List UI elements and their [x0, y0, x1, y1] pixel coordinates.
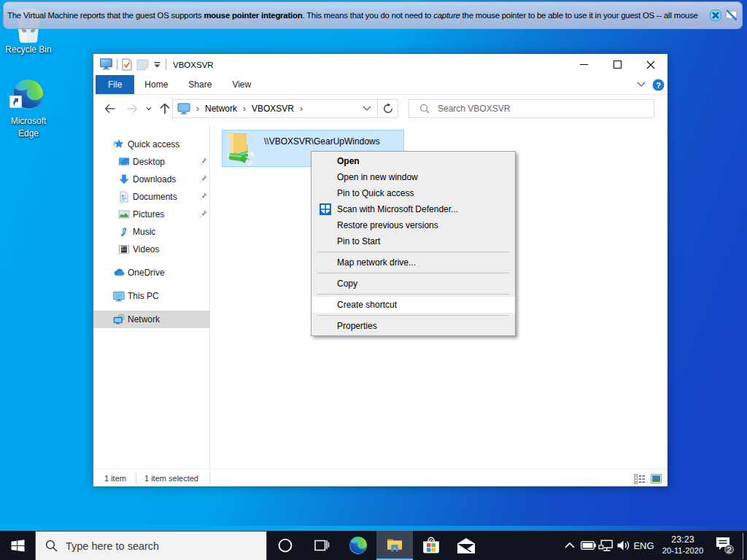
svg-text:2: 2	[727, 545, 731, 554]
svg-text:?: ?	[656, 80, 661, 89]
